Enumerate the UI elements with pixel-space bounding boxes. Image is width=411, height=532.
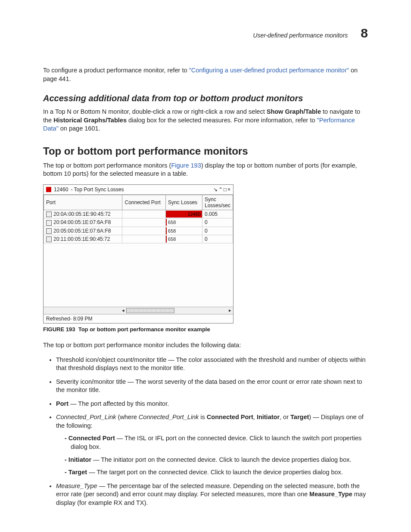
li-italic: Connected_Port_Link (56, 414, 116, 420)
port-icon (46, 220, 52, 226)
chapter-number: 8 (361, 26, 368, 40)
list-item: Connected Port — The ISL or IFL port on … (65, 434, 368, 451)
scroll-thumb[interactable] (126, 308, 174, 313)
figure-label: FIGURE 193 (43, 326, 75, 333)
performance-table: Port Connected Port Sync Losses Sync Los… (44, 195, 233, 243)
bar-fill: 12460 (167, 211, 202, 218)
bar-value: 658 (167, 236, 176, 243)
list-item: Threshold icon/object count/monitor titl… (56, 356, 368, 373)
intro-paragraph: To configure a product performance monit… (43, 66, 368, 83)
sec-intro-a: The top or bottom port performance monit… (43, 162, 171, 169)
section-intro: The top or bottom port performance monit… (43, 162, 368, 178)
cell-connected (122, 235, 166, 243)
section-title: Top or bottom port performance monitors (43, 145, 368, 157)
table-row[interactable]: 20:05:00:05:1E:07:6A:F8 658 0 (44, 227, 233, 235)
maximize-icon[interactable]: □ (224, 187, 227, 193)
li-bold: Target (68, 469, 87, 476)
li-italic: Connected_Port_Link (139, 414, 199, 420)
li-text: — The target port on the connected devic… (87, 469, 343, 476)
after-figure-text: The top or bottom port performance monit… (43, 341, 368, 350)
cell-port: 20:11:00:05:1E:90:45:72 (53, 236, 110, 242)
table-row[interactable]: 20:0A:00:05:1E:90:45:72 12460 0.005 (44, 210, 233, 218)
widget-status: Refreshed- 8:09 PM (44, 314, 233, 323)
widget-titlebar: 12460 - Top Port Sync Losses ↘ ⌃ □ × (44, 185, 233, 195)
li-text: , or (280, 414, 290, 420)
li-text: (where (116, 414, 138, 420)
horizontal-scrollbar[interactable]: ◂ ▸ (44, 307, 233, 314)
table-row[interactable]: 20:04:00:05:1E:07:6A:F8 658 0 (44, 218, 233, 227)
li-bold: Port (56, 400, 68, 407)
li-bold: Connected Port (207, 414, 253, 420)
scroll-right-icon[interactable]: ▸ (227, 308, 233, 313)
li-text: is (199, 414, 207, 420)
subsection-paragraph: In a Top N or Bottom N monitor, double-c… (43, 108, 368, 133)
col-port[interactable]: Port (44, 195, 122, 210)
li-text: , (253, 414, 257, 420)
scroll-left-icon[interactable]: ◂ (120, 308, 126, 313)
sub-p-bold1: Show Graph/Table (267, 108, 321, 115)
li-bold: Measure_Type (309, 491, 352, 498)
intro-text-a: To configure a product performance monit… (43, 67, 189, 74)
cell-connected (122, 227, 166, 235)
list-item: Connected_Port_Link (where Connected_Por… (56, 413, 368, 476)
threshold-icon (46, 187, 51, 192)
table-row[interactable]: 20:11:00:05:1E:90:45:72 658 0 (44, 235, 233, 243)
col-sync-losses-sec[interactable]: Sync Losses/sec (202, 195, 233, 210)
pin-icon[interactable]: ↘ (213, 187, 218, 193)
port-icon (46, 236, 52, 242)
list-item: Initiator — The initiator port on the co… (65, 456, 368, 464)
li-text: — The initiator port on the connected de… (91, 456, 351, 463)
cell-port: 20:04:00:05:1E:07:6A:F8 (53, 219, 111, 225)
link-figure-193[interactable]: Figure 193 (171, 162, 201, 169)
cell-rate: 0 (202, 235, 233, 243)
figure-caption-text: Top or bottom port performance monitor e… (78, 326, 210, 333)
cell-port: 20:05:00:05:1E:07:6A:F8 (53, 228, 111, 234)
li-bold: Initiator (257, 414, 280, 420)
cell-connected (122, 210, 166, 218)
list-item: Target — The target port on the connecte… (65, 468, 368, 477)
definition-list: Threshold icon/object count/monitor titl… (43, 356, 368, 507)
li-bold: Target (290, 414, 309, 420)
list-item: Port — The port affected by this monitor… (56, 400, 368, 408)
col-connected-port[interactable]: Connected Port (122, 195, 166, 210)
li-bold: Connected Port (68, 435, 115, 442)
cell-connected (122, 218, 166, 227)
list-item: Measure_Type — The percentage bar of the… (56, 482, 368, 507)
cell-port: 20:0A:00:05:1E:90:45:72 (53, 211, 111, 217)
bar-value: 658 (167, 219, 176, 226)
col-sync-losses[interactable]: Sync Losses (166, 195, 202, 210)
sub-p-d: on page 1601. (59, 125, 100, 132)
link-configuring-monitor[interactable]: "Configuring a user-defined product perf… (189, 67, 349, 74)
cell-rate: 0 (202, 218, 233, 227)
widget-title: - Top Port Sync Losses (71, 187, 124, 193)
cell-rate: 0 (202, 227, 233, 235)
sub-p-bold2: Historical Graphs/Tables (53, 117, 127, 124)
collapse-icon[interactable]: ⌃ (218, 187, 223, 193)
port-icon (46, 212, 52, 217)
widget-count: 12460 (54, 187, 68, 193)
sub-p-a: In a Top N or Bottom N monitor, double-c… (43, 108, 267, 115)
sub-p-c: dialog box for the selected measures. Fo… (127, 117, 317, 124)
li-italic: Measure_Type (56, 482, 97, 489)
close-icon[interactable]: × (227, 187, 230, 193)
cell-rate: 0.005 (202, 210, 233, 218)
li-bold: Initiator (68, 456, 91, 463)
running-title: User-defined performance monitors (253, 32, 348, 39)
li-text: — The port affected by this monitor. (68, 400, 169, 407)
figure-caption: FIGURE 193 Top or bottom port performanc… (43, 326, 368, 333)
subsection-title: Accessing additional data from top or bo… (43, 93, 368, 103)
port-icon (46, 228, 52, 234)
running-header: User-defined performance monitors 8 (43, 26, 368, 40)
list-item: Severity icon/monitor title — The worst … (56, 378, 368, 395)
figure-monitor-widget: 12460 - Top Port Sync Losses ↘ ⌃ □ × Por… (43, 184, 234, 324)
bar-value: 658 (167, 227, 176, 234)
